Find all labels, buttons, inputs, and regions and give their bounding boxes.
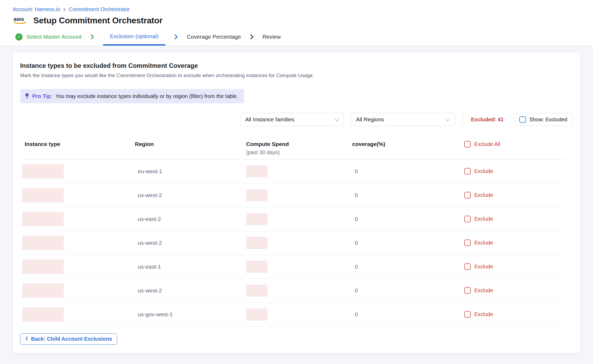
top-bar: Account: Harness.io Commitment Orchestra… [0,0,593,46]
table-header-row: Instance type Region Compute Spend (past… [20,126,564,159]
show-excluded-toggle[interactable]: Show: Excluded [514,113,573,126]
exclude-checkbox[interactable] [464,192,471,198]
coverage-cell: 0 [352,168,462,175]
table-row: eu-west-1 0 Exclude [20,159,564,183]
region-cell: us-west-2 [135,287,246,294]
breadcrumb: Account: Harness.io Commitment Orchestra… [13,6,593,12]
table-row: us-east-2 0 Exclude [20,207,564,231]
region-cell: us-west-2 [135,192,246,198]
step-exclusion[interactable]: Exclusion (optional) [103,29,165,46]
exclude-label: Exclude [474,264,493,270]
coverage-cell: 0 [352,240,462,246]
exclude-checkbox[interactable] [464,263,471,270]
card-subheading: Mark the Instance types you would like t… [20,73,573,78]
chevron-right-icon [174,34,178,39]
exclude-checkbox[interactable] [464,287,471,294]
lightbulb-icon [25,93,29,99]
exclude-toggle[interactable]: Exclude [462,239,564,246]
region-cell: us-east-1 [135,264,246,270]
step-review[interactable]: Review [263,28,281,45]
redacted-compute-spend [246,261,267,273]
breadcrumb-account-link[interactable]: Account: Harness.io [13,6,60,12]
table-row: us-east-1 0 Exclude [20,255,564,279]
exclude-label: Exclude [474,192,493,198]
table-row: us-west-2 0 Exclude [20,183,564,207]
step-select-master-account[interactable]: ✓ Select Master Account [15,28,82,45]
exclude-toggle[interactable]: Exclude [462,287,564,294]
exclude-label: Exclude [474,168,493,174]
exclude-toggle[interactable]: Exclude [462,311,564,318]
chevron-down-icon [335,116,339,123]
regions-value: All Regions [356,116,384,123]
exclude-toggle[interactable]: Exclude [462,192,564,198]
aws-logo: aws [13,15,29,26]
header-region: Region [135,141,246,147]
chevron-right-icon [91,34,94,39]
chevron-right-icon [250,34,254,39]
filters-row: All Instance families All Regions Exclud… [20,113,573,126]
regions-select[interactable]: All Regions [351,113,455,126]
table-row: us-west-2 0 Exclude [20,231,564,255]
exclusion-card: Instance types to be excluded from Commi… [13,52,580,353]
exclude-all-toggle[interactable]: Exclude All [462,141,564,148]
region-cell: us-east-2 [135,216,246,222]
step-label: Select Master Account [26,34,82,40]
region-cell: us-west-2 [135,240,246,246]
header-compute-spend-title: Compute Spend [246,141,352,147]
exclude-checkbox[interactable] [464,168,471,175]
svg-text:aws: aws [14,16,24,22]
breadcrumb-page-link[interactable]: Commitment Orchestrator [69,6,130,12]
region-cell: us-gov-west-1 [135,311,246,318]
page-title: Setup Commitment Orchestrator [33,16,162,25]
exclude-label: Exclude [474,287,493,294]
exclude-label: Exclude [474,216,493,222]
card-heading: Instance types to be excluded from Commi… [20,62,573,69]
back-button[interactable]: Back: Child Account Exclusions [20,333,117,345]
chevron-left-icon [25,336,28,342]
exclude-toggle[interactable]: Exclude [462,216,564,222]
instance-families-value: All Instance families [245,116,294,123]
vertical-divider [463,113,463,126]
pro-tip-label: Pro Tip: [32,93,52,99]
show-excluded-checkbox[interactable] [519,116,526,123]
exclude-toggle[interactable]: Exclude [462,168,564,175]
redacted-compute-spend [246,189,267,201]
instance-families-select[interactable]: All Instance families [240,113,344,126]
show-excluded-label: Show: Excluded [529,117,567,123]
header-compute-spend: Compute Spend (past 30 days) [246,141,352,156]
redacted-instance-type [22,260,64,274]
redacted-instance-type [22,307,64,322]
exclusion-table: Instance type Region Compute Spend (past… [20,126,564,326]
redacted-instance-type [22,188,64,202]
step-label: Exclusion (optional) [110,33,158,39]
exclude-checkbox[interactable] [464,239,471,246]
excluded-count: Excluded: 41 [471,117,503,123]
exclude-checkbox[interactable] [464,216,471,222]
exclude-all-checkbox[interactable] [464,141,471,148]
redacted-instance-type [22,164,64,179]
step-label: Review [263,34,281,40]
coverage-cell: 0 [352,192,462,198]
title-row: aws Setup Commitment Orchestrator [13,15,593,26]
exclude-toggle[interactable]: Exclude [462,263,564,270]
redacted-compute-spend [246,165,267,177]
exclude-label: Exclude [474,311,493,317]
wizard-stepper: ✓ Select Master Account Exclusion (optio… [13,28,593,45]
redacted-compute-spend [246,237,267,249]
exclude-checkbox[interactable] [464,311,471,318]
region-cell: eu-west-1 [135,168,246,175]
table-row: us-gov-west-1 0 Exclude [20,303,564,326]
header-compute-spend-sub: (past 30 days) [246,149,352,156]
exclude-all-label: Exclude All [474,141,500,147]
redacted-compute-spend [246,308,267,321]
redacted-compute-spend [246,213,267,225]
pro-tip-text: You may exclude instance types individua… [55,93,238,99]
coverage-cell: 0 [352,287,462,294]
coverage-cell: 0 [352,216,462,222]
step-coverage-percentage[interactable]: Coverage Percentage [187,28,241,45]
step-label: Coverage Percentage [187,34,241,40]
redacted-instance-type [22,212,64,226]
pro-tip-banner: Pro Tip: You may exclude instance types … [20,89,244,103]
coverage-cell: 0 [352,311,462,318]
breadcrumb-separator-icon [63,8,66,11]
